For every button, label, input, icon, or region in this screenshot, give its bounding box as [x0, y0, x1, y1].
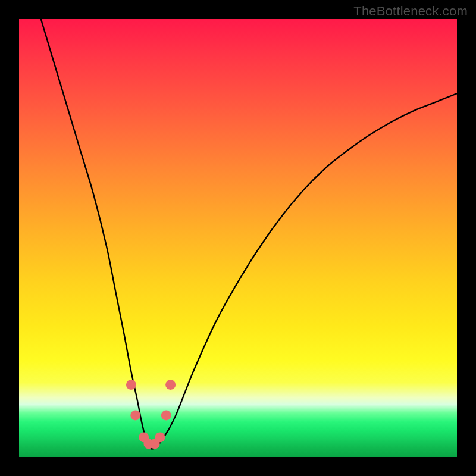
curve-marker	[126, 380, 136, 390]
curve-markers	[126, 380, 176, 449]
curve-svg	[19, 19, 457, 457]
curve-marker	[161, 411, 171, 421]
watermark-text: TheBottleneck.com	[353, 4, 468, 19]
curve-marker	[130, 411, 140, 421]
curve-marker	[155, 432, 165, 442]
chart-frame: TheBottleneck.com	[0, 0, 476, 476]
bottleneck-curve	[41, 19, 457, 449]
curve-marker	[165, 380, 176, 390]
plot-area	[19, 19, 457, 457]
